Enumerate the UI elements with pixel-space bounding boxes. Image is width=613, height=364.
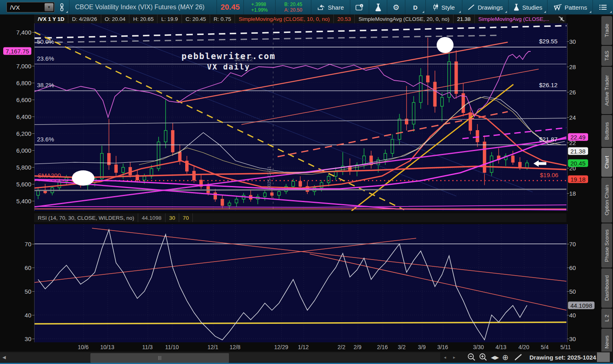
link-icon (59, 3, 65, 11)
sidebar-tab-l-2[interactable]: L 2 (601, 309, 612, 328)
style-button[interactable]: Style (426, 0, 462, 14)
sidebar-tab-active-trader[interactable]: Active Trader (601, 67, 612, 114)
draw-line-button[interactable] (514, 354, 522, 361)
sidebar-tab-label: L 2 (604, 315, 610, 322)
pan-mode-button[interactable]: ⊕ (502, 353, 509, 362)
axis-tick (567, 67, 569, 67)
sidebar-tab-buttons[interactable]: Buttons (601, 115, 612, 147)
expand-horizontal-button[interactable]: ◀▶ (491, 354, 499, 360)
window-info-icon: i (356, 4, 364, 11)
sidebar-tab-dashboard[interactable]: Dashboard (601, 268, 612, 308)
rsi-study-label[interactable]: RSI (14, 70, 30, CLOSE, WILDERS, no) (34, 213, 138, 222)
y-axis-label: 7,000 (16, 63, 31, 70)
sma3-study-label[interactable]: SimpleMovingAvg (CLOSE,... (475, 14, 553, 23)
patterns-w-icon (553, 4, 562, 11)
main-price-chart[interactable]: 2025-12-31 (34, 23, 568, 211)
detach-arrows-icon (558, 16, 566, 22)
y-axis-label: 6,200 (16, 130, 31, 137)
rsi-red-desc-1 (92, 228, 566, 281)
rsi-oversold-level: 30 (166, 213, 179, 222)
svg-text:i: i (361, 4, 362, 7)
patterns-button[interactable]: Patterns (548, 0, 593, 14)
analysis-tools-button[interactable] (369, 0, 387, 14)
axis-tick (567, 143, 569, 143)
sma10-study-label[interactable]: SimpleMovingAvg (CLOSE, 10, 0, no) (235, 14, 333, 23)
link-channel-button[interactable] (55, 0, 69, 14)
studies-flask-icon (513, 4, 519, 11)
y-axis-label: 5,800 (16, 164, 31, 171)
rsi-plot-svg (35, 224, 566, 342)
scroll-left-arrow[interactable]: ◀ (2, 355, 6, 360)
corner-resize-box[interactable] (597, 352, 610, 362)
axis-tick (32, 100, 35, 100)
y-axis-label: 5,600 (16, 181, 31, 188)
sma20-study-label[interactable]: SimpleMovingAvg (CLOSE, 20, 0, no) (355, 14, 453, 23)
date-label: 4/20 (518, 344, 529, 350)
watermark-text: pebblewriter.com (182, 51, 276, 61)
axis-tick (567, 339, 569, 339)
restore-panel-button[interactable] (554, 14, 566, 23)
pan-left-button[interactable]: ◂ (444, 355, 446, 360)
sidebar-tab-label: Chart (604, 156, 610, 169)
rsi-red-desc-2 (310, 254, 566, 310)
sidebar-tab-chart[interactable]: Chart (601, 148, 612, 177)
sidebar-tab-t-s[interactable]: T&S (601, 46, 612, 66)
rsi-study-panel[interactable] (34, 224, 568, 342)
main-plot-svg: 2025-12-31 (35, 23, 566, 211)
y-axis-label: 5,400 (16, 198, 31, 204)
chart-level-label: $29.55 (539, 38, 558, 45)
zoom-out-button[interactable] (467, 353, 476, 362)
symbol-input-box[interactable]: ▼ (6, 2, 55, 12)
axis-tick (32, 201, 35, 201)
y-axis-label: 26 (569, 89, 576, 96)
axis-tick (32, 83, 35, 83)
chart-scrollbar-thumb[interactable] (90, 353, 229, 363)
axis-tick (567, 291, 569, 292)
y-axis-label: 6,400 (16, 113, 31, 120)
date-label: 2/16 (377, 344, 388, 350)
ohlc-range: R: 0.75 (210, 14, 235, 23)
zoom-in-button[interactable] (479, 353, 488, 362)
zoom-out-icon (467, 353, 476, 362)
drawing-set-button[interactable]: Drawing set: 2025-1024 (529, 352, 602, 363)
price-change-pct: +1.99% (251, 7, 268, 13)
gear-icon: ⚙ (392, 3, 399, 12)
candlestick-icon (433, 4, 439, 11)
sidebar-tab-label: Active Trader (604, 75, 610, 106)
price-bubble: 44.1098 (568, 302, 595, 309)
axis-tick (567, 92, 569, 92)
year-divider-label: 2025-12-31 (267, 166, 272, 189)
sidebar-tab-option-chain[interactable]: Option Chain (601, 178, 612, 223)
chart-settings-button[interactable]: ⚙ (387, 0, 405, 14)
sidebar-tab-trade[interactable]: Trade (601, 16, 612, 45)
ohlc-high: H: 20.65 (129, 14, 157, 23)
notes-button[interactable]: i (350, 0, 369, 14)
symbol-dropdown-button[interactable]: ▼ (45, 3, 53, 11)
chart-scrollbar-track[interactable]: ◀ (0, 352, 440, 362)
studies-button[interactable]: Studies (509, 0, 547, 14)
timeframe-button[interactable]: D (405, 0, 425, 14)
axis-tick (567, 168, 569, 168)
symbol-input[interactable] (7, 4, 45, 11)
ohlc-low: L: 19.9 (157, 14, 182, 23)
share-button[interactable]: Share (311, 0, 350, 14)
chart-header: /VX 1 Y 1D D: 4/28/26 O: 20.04 H: 20.65 … (34, 14, 566, 23)
sidebar-tab-label: Phase Scores (604, 229, 610, 262)
sidebar-tab-label: News (604, 335, 610, 349)
axis-tick (567, 315, 569, 315)
axis-tick (32, 244, 35, 244)
axis-tick (32, 150, 35, 151)
chart-level-label: $21.87 (539, 136, 558, 143)
sidebar-tab-phase-scores[interactable]: Phase Scores (601, 223, 612, 268)
chart-menu-button[interactable] (593, 0, 613, 14)
y-axis-label: 30 (25, 335, 31, 342)
axis-tick (32, 133, 35, 134)
chart-level-label: 38.2% (37, 82, 54, 88)
axis-tick (32, 291, 35, 292)
rsi-red-asc (35, 238, 416, 282)
drawings-button[interactable]: Drawings (462, 0, 508, 14)
axis-tick (567, 117, 569, 118)
chart-level-label: 23.6% (37, 136, 54, 143)
pan-right-button[interactable]: ▸ (453, 355, 456, 360)
right-sidebar: TradeT&SActive TraderButtonsChartOption … (601, 14, 613, 364)
